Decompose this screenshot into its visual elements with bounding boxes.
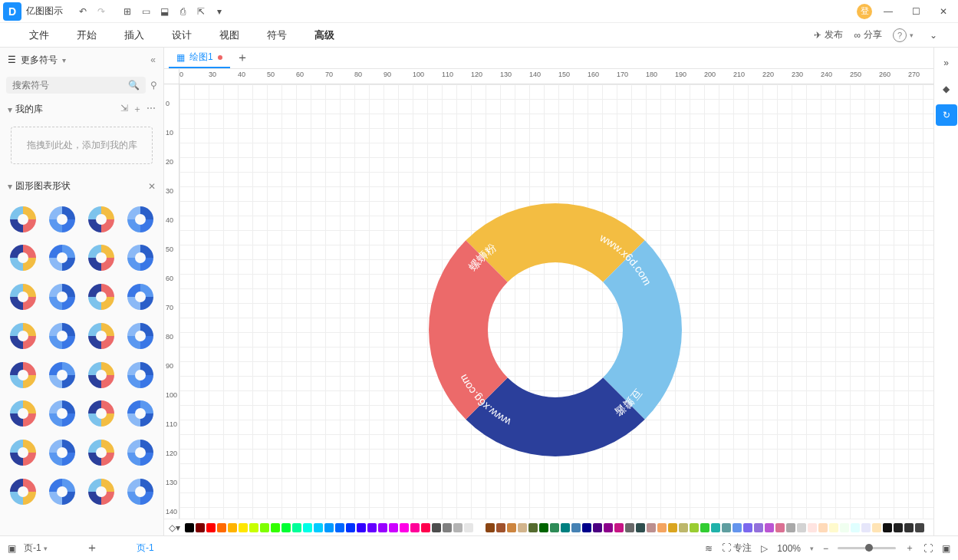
color-swatch[interactable] (228, 523, 237, 532)
color-swatch[interactable] (550, 523, 559, 532)
color-swatch[interactable] (378, 523, 387, 532)
color-swatch[interactable] (593, 523, 602, 532)
fill-picker-icon[interactable]: ◇▾ (169, 522, 180, 533)
color-swatch[interactable] (786, 523, 795, 532)
color-swatch[interactable] (518, 523, 527, 532)
shape-thumb[interactable] (123, 436, 157, 470)
shape-thumb[interactable] (45, 241, 80, 275)
color-swatch[interactable] (314, 523, 323, 532)
color-swatch[interactable] (432, 523, 441, 532)
shape-thumb[interactable] (45, 436, 80, 470)
shape-thumb[interactable] (84, 241, 119, 275)
color-swatch[interactable] (453, 523, 463, 532)
color-swatch[interactable] (808, 523, 817, 532)
expand-right-icon[interactable]: » (936, 52, 957, 74)
color-swatch[interactable] (582, 523, 591, 532)
new-icon[interactable]: ⊞ (118, 2, 137, 21)
user-avatar[interactable]: 登 (857, 4, 872, 19)
open-icon[interactable]: ▭ (137, 2, 155, 21)
color-swatch[interactable] (732, 523, 742, 532)
color-swatch[interactable] (260, 523, 269, 532)
color-swatch[interactable] (679, 523, 688, 532)
color-swatch[interactable] (486, 523, 495, 532)
color-swatch[interactable] (690, 523, 699, 532)
collapse-sidebar-icon[interactable]: « (150, 54, 156, 65)
menu-view[interactable]: 视图 (206, 23, 253, 47)
color-swatch[interactable] (829, 523, 838, 532)
shape-thumb[interactable] (84, 280, 119, 315)
color-swatch[interactable] (743, 523, 752, 532)
color-swatch[interactable] (625, 523, 634, 532)
close-section-icon[interactable]: ✕ (148, 181, 156, 192)
add-page-button[interactable]: ＋ (86, 540, 98, 556)
color-swatch[interactable] (604, 523, 613, 532)
minimize-button[interactable]: — (877, 2, 900, 21)
menu-design[interactable]: 设计 (158, 23, 206, 47)
color-swatch[interactable] (861, 523, 871, 532)
shapes-section[interactable]: ▾ 圆形图表形状 ✕ (0, 175, 163, 197)
color-swatch[interactable] (281, 523, 291, 532)
color-swatch[interactable] (443, 523, 452, 532)
search-icon[interactable]: 🔍 (128, 80, 140, 91)
zoom-out-button[interactable]: − (823, 543, 828, 554)
color-swatch[interactable] (722, 523, 731, 532)
sidebar-header[interactable]: ☰ 更多符号 ▾ « (0, 48, 163, 72)
menu-file[interactable]: 文件 (15, 23, 63, 47)
color-swatch[interactable] (636, 523, 645, 532)
close-button[interactable]: ✕ (932, 2, 955, 21)
color-swatch[interactable] (400, 523, 409, 532)
color-swatch[interactable] (421, 523, 430, 532)
color-swatch[interactable] (818, 523, 828, 532)
color-swatch[interactable] (185, 523, 194, 532)
shape-thumb[interactable] (84, 474, 119, 509)
maximize-button[interactable]: ☐ (904, 2, 927, 21)
color-swatch[interactable] (647, 523, 656, 532)
color-swatch[interactable] (410, 523, 420, 532)
color-swatch[interactable] (797, 523, 806, 532)
shape-thumb[interactable] (6, 436, 41, 470)
color-swatch[interactable] (357, 523, 366, 532)
share-button[interactable]: ∞分享 (854, 28, 882, 41)
shape-thumb[interactable] (84, 397, 119, 431)
menu-advanced[interactable]: 高级 (301, 23, 348, 47)
color-swatch[interactable] (346, 523, 355, 532)
shape-thumb[interactable] (6, 357, 41, 392)
color-swatch[interactable] (668, 523, 677, 532)
color-swatch[interactable] (196, 523, 205, 532)
color-swatch[interactable] (754, 523, 763, 532)
shape-thumb[interactable] (123, 280, 157, 315)
focus-toggle[interactable]: ⛶ 专注 (722, 542, 752, 555)
shape-thumb[interactable] (6, 280, 41, 315)
shape-thumb[interactable] (84, 436, 119, 470)
color-swatch[interactable] (528, 523, 538, 532)
lib-more-icon[interactable]: ⋯ (146, 103, 156, 116)
shape-thumb[interactable] (84, 202, 119, 236)
color-swatch[interactable] (614, 523, 624, 532)
color-swatch[interactable] (872, 523, 881, 532)
shape-thumb[interactable] (45, 397, 80, 431)
shape-thumb[interactable] (84, 357, 119, 392)
color-swatch[interactable] (507, 523, 516, 532)
menu-insert[interactable]: 插入 (110, 23, 158, 47)
shape-thumb[interactable] (45, 474, 80, 509)
color-swatch[interactable] (206, 523, 216, 532)
canvas[interactable]: www.x6d.com 豆瓣酱 www.x6g.com 螺蛳粉 (179, 84, 933, 519)
shape-thumb[interactable] (123, 202, 157, 236)
color-swatch[interactable] (496, 523, 505, 532)
color-swatch[interactable] (711, 523, 720, 532)
shape-thumb[interactable] (45, 357, 80, 392)
layers-icon[interactable]: ≋ (705, 543, 713, 554)
history-icon[interactable]: ↻ (936, 104, 957, 126)
export-icon[interactable]: ⇱ (192, 2, 210, 21)
page-tab[interactable]: 页-1 (137, 542, 154, 555)
shape-thumb[interactable] (123, 474, 157, 509)
play-icon[interactable]: ▷ (761, 543, 768, 554)
color-swatch[interactable] (657, 523, 667, 532)
color-swatch[interactable] (539, 523, 548, 532)
search-input[interactable]: 🔍 (6, 77, 146, 94)
color-swatch[interactable] (894, 523, 903, 532)
mylib-section[interactable]: ▾ 我的库 ⇲ ＋ ⋯ (0, 98, 163, 120)
color-swatch[interactable] (464, 523, 473, 532)
color-swatch[interactable] (840, 523, 849, 532)
color-swatch[interactable] (700, 523, 709, 532)
